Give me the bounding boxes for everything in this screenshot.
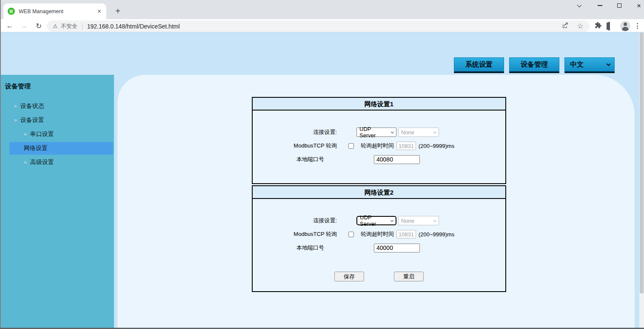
sidebar-item-label: 高级设置 <box>30 159 54 166</box>
modbus-label: ModbusTCP 轮询 <box>253 142 337 150</box>
arrow-icon: » <box>24 131 27 137</box>
not-secure-warning-icon: ⚠ <box>53 23 58 29</box>
local-port-input[interactable] <box>374 155 420 164</box>
timeout-input <box>396 230 416 238</box>
language-select[interactable]: 中文 <box>564 57 615 73</box>
system-settings-button[interactable]: 系统设置 <box>454 57 504 73</box>
sidebar: 设备管理 » 设备状态 » 设备设置 » 串口设置 网络设置 » 高级设置 <box>0 75 114 329</box>
new-tab-button[interactable]: + <box>112 6 123 17</box>
page-scrollbar[interactable] <box>639 33 644 329</box>
system-settings-label: 系统设置 <box>465 60 493 69</box>
address-bar[interactable]: ⚠ 不安全 192.168.0.148/html/DeviceSet.html … <box>47 20 590 32</box>
web-page: 系统设置 设备管理 中文 设备管理 » 设备状态 » 设备设置 » 串口设置 网… <box>0 33 639 329</box>
connection-row: 连接设置: UDP Server None <box>253 127 505 137</box>
device-management-label: 设备管理 <box>521 60 548 69</box>
share-icon[interactable] <box>561 22 569 31</box>
port-row: 本地端口号 <box>253 243 505 253</box>
modbus-polling-checkbox[interactable] <box>348 143 354 149</box>
chevron-down-icon <box>391 130 394 133</box>
arrow-icon: » <box>14 103 17 109</box>
device-management-button[interactable]: 设备管理 <box>509 57 559 73</box>
network-settings-1-box: 网络设置1 连接设置: UDP Server None ModbusTCP 轮询 <box>252 97 506 184</box>
sidebar-item-label: 网络设置 <box>24 145 48 152</box>
sidebar-item-advanced-settings[interactable]: » 高级设置 <box>24 156 54 169</box>
back-button[interactable]: ← <box>4 20 15 31</box>
connection-type-select[interactable]: UDP Server <box>356 128 396 137</box>
modbus-polling-checkbox[interactable] <box>348 232 354 237</box>
port-label: 本地端口号 <box>253 156 337 163</box>
connection-type-select[interactable]: UDP Server <box>356 216 396 225</box>
arrow-icon: » <box>24 159 27 165</box>
modbus-row: ModbusTCP 轮询 轮询超时时间 (200~9999)ms <box>253 229 505 239</box>
tab-search-icon[interactable] <box>575 2 584 9</box>
port-row: 本地端口号 <box>253 154 505 164</box>
sidebar-item-label: 设备状态 <box>20 102 44 110</box>
browser-tab[interactable]: R WEB Management × <box>3 3 106 19</box>
browser-toolbar: ← → ↻ ⚠ 不安全 192.168.0.148/html/DeviceSet… <box>0 19 644 32</box>
action-buttons-row: 保存 重启 <box>253 272 505 281</box>
chevron-down-icon <box>390 219 393 222</box>
local-port-input[interactable] <box>374 244 420 252</box>
url-text[interactable]: 192.168.0.148/html/DeviceSet.html <box>87 23 180 30</box>
timeout-range: (200~9999)ms <box>419 143 454 149</box>
forward-button: → <box>19 20 30 31</box>
extensions-puzzle-icon[interactable] <box>594 21 602 31</box>
secondary-connection-select: None <box>398 216 439 225</box>
timeout-range: (200~9999)ms <box>419 231 454 238</box>
sidebar-item-device-status[interactable]: » 设备状态 <box>14 100 44 113</box>
reload-button[interactable]: ↻ <box>33 20 44 31</box>
window-maximize-button[interactable] <box>615 2 624 9</box>
site-favicon-icon: R <box>8 8 15 15</box>
connection-label: 连接设置: <box>253 128 337 136</box>
sidebar-title: 设备管理 <box>5 82 31 91</box>
chevron-down-icon <box>433 130 436 133</box>
save-button[interactable]: 保存 <box>334 272 364 281</box>
sidebar-item-device-settings[interactable]: » 设备设置 <box>14 114 44 127</box>
profile-avatar[interactable] <box>620 21 630 31</box>
timeout-label: 轮询超时时间 <box>361 230 394 238</box>
window-minimize-button[interactable] <box>596 2 604 9</box>
network-settings-2-box: 网络设置2 连接设置: UDP Server None ModbusTCP 轮询 <box>252 185 506 292</box>
sidebar-item-label: 串口设置 <box>30 130 54 138</box>
sidebar-item-serial-settings[interactable]: » 串口设置 <box>24 128 54 141</box>
port-label: 本地端口号 <box>253 244 337 252</box>
restart-button[interactable]: 重启 <box>394 272 424 281</box>
tab-close-icon[interactable]: × <box>97 8 102 15</box>
chevron-down-icon <box>607 62 611 66</box>
browser-menu-icon[interactable] <box>637 21 638 29</box>
arrow-icon: » <box>14 117 17 123</box>
side-panel-icon[interactable] <box>608 23 610 30</box>
url-divider <box>82 23 83 30</box>
sidebar-item-network-settings[interactable]: 网络设置 <box>9 142 113 155</box>
connection-row: 连接设置: UDP Server None <box>253 216 505 226</box>
window-frame-left <box>0 0 1 329</box>
connection-label: 连接设置: <box>253 217 337 224</box>
bookmark-star-icon[interactable]: ☆ <box>577 22 584 31</box>
box-title: 网络设置2 <box>253 186 505 199</box>
connection-type-value: UDP Server <box>360 214 388 227</box>
secondary-connection-value: None <box>401 218 414 224</box>
modbus-row: ModbusTCP 轮询 轮询超时时间 (200~9999)ms <box>253 141 505 151</box>
security-label[interactable]: 不安全 <box>61 23 77 30</box>
box-title: 网络设置1 <box>253 98 505 111</box>
modbus-label: ModbusTCP 轮询 <box>253 230 337 238</box>
chevron-down-icon <box>433 218 436 221</box>
secondary-connection-select: None <box>398 128 439 137</box>
connection-type-value: UDP Server <box>359 126 389 139</box>
browser-titlebar: R WEB Management × + × <box>0 0 644 19</box>
tab-title: WEB Management <box>19 9 97 14</box>
language-select-value: 中文 <box>570 60 584 69</box>
timeout-input <box>396 142 416 150</box>
timeout-label: 轮询超时时间 <box>361 142 394 150</box>
sidebar-item-label: 设备设置 <box>20 116 44 124</box>
content-panel: 网络设置1 连接设置: UDP Server None ModbusTCP 轮询 <box>117 75 635 329</box>
secondary-connection-value: None <box>401 129 414 136</box>
scrollbar-thumb[interactable] <box>640 33 644 293</box>
window-close-button[interactable]: × <box>635 2 643 9</box>
